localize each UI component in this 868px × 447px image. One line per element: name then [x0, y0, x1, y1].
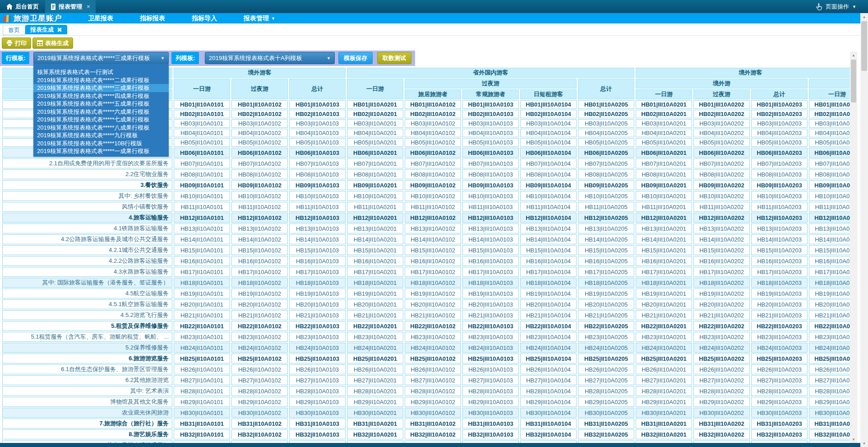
code-cell: HB13|III10A0102	[405, 224, 461, 233]
scroll-down-icon[interactable]: ▼	[860, 440, 868, 447]
code-cell: HB18|III10A0104	[520, 278, 577, 288]
code-cell: HB18|III10A0203	[751, 278, 808, 288]
code-cell: HB31|III10A0201	[636, 419, 692, 428]
code-cell: HB08|III10A0304	[809, 169, 850, 179]
code-cell: HB27|III10A0201	[636, 375, 692, 385]
code-cell: HB06|III10A0202	[693, 148, 750, 158]
code-cell: HB22|II10A0205	[578, 321, 634, 331]
close-icon[interactable]: ✖	[57, 27, 62, 33]
code-cell: HB30|II10A0103	[289, 408, 346, 418]
scroll-up-icon[interactable]: ▲	[850, 51, 857, 59]
scrollbar-thumb[interactable]	[861, 21, 867, 71]
table-row: 3.餐饮服务HB09|II10A0101HB09|II10A0102HB09|I…	[2, 180, 850, 190]
brand-title: 旅游卫星账户	[14, 13, 62, 23]
tab-report-generation[interactable]: 报表生成 ✖	[25, 25, 67, 34]
code-cell: HB28|II10A0103	[289, 386, 346, 396]
fetch-test-button[interactable]: 取数测试	[377, 52, 411, 64]
page-scrollbar[interactable]: ▲ ▼	[860, 13, 868, 447]
dropdown-item[interactable]: 2019核算系统报表格式表*****四成果行模板	[33, 92, 169, 100]
code-cell: HB30|II10A0201	[347, 408, 403, 418]
col-template-select[interactable]: 2019核算系统报表格式表十A列模板 ▼	[205, 52, 335, 64]
code-cell: HB07|II10A0201	[347, 158, 403, 168]
col-header-regular-tourist: 常规旅游者	[462, 89, 519, 99]
print-button[interactable]: 打印	[2, 37, 31, 49]
code-cell: HB17|II10A0102	[231, 267, 288, 277]
code-cell: HB04|II10A0201	[347, 129, 403, 137]
code-cell: HB14|III10A0103	[462, 234, 519, 244]
code-cell: HB14|II10A0205	[578, 234, 634, 244]
code-cell: HB02|III10A0201	[636, 110, 692, 118]
code-cell: HB21|II10A0201	[347, 310, 403, 320]
code-cell: HB05|III10A0103	[462, 138, 519, 147]
code-cell: HB24|II10A0102	[231, 343, 288, 353]
code-cell: HB09|III10A0104	[520, 180, 577, 190]
table-row: 4.5航空运输服务HB19|II10A0101HB19|II10A0102HB1…	[2, 289, 850, 298]
dropdown-item[interactable]: 2019核算系统报表格式表*****二成果行模板	[33, 76, 169, 84]
dropdown-item[interactable]: 2019核算系统报表格式表*****七成果行模板	[33, 116, 169, 124]
dropdown-item[interactable]: 2019核算系统报表格式表*****三成果行模板	[33, 84, 169, 92]
code-cell: HB32|III10A0102	[405, 429, 461, 439]
generate-table-button[interactable]: 表格生成	[32, 37, 73, 49]
dropdown-item[interactable]: 2019核算系统报表格式表*****一成果行模板	[33, 147, 169, 155]
row-label: 其中: 乡村餐饮服务	[2, 191, 172, 201]
code-cell: HB18|II10A0101	[174, 278, 230, 288]
scroll-up-icon[interactable]: ▲	[860, 13, 868, 20]
table-row: 4.2.1城市公共交通服务HB15|II10A0101HB15|II10A010…	[2, 245, 850, 255]
code-cell: HB18|II10A0102	[231, 278, 288, 288]
code-cell: HB26|II10A0205	[578, 364, 634, 374]
code-cell: HB05|II10A0103	[289, 138, 346, 147]
code-cell: HB14|III10A0203	[751, 234, 808, 244]
chrome-tab-close-icon[interactable]: ×	[87, 3, 90, 10]
table-scrollbar[interactable]: ▲ ▼	[850, 51, 857, 443]
row-label: 4.5航空运输服务	[2, 289, 172, 298]
nav-item-satellite-reports[interactable]: 卫星报表	[83, 14, 119, 23]
code-cell: HB13|III10A0103	[462, 224, 519, 233]
code-cell: HB17|III10A0304	[809, 267, 850, 277]
backend-home-button[interactable]: 后台首页	[0, 0, 45, 13]
dropdown-item[interactable]: 核算系统报表格式表一行测试	[33, 68, 169, 76]
code-cell: HB29|III10A0202	[693, 397, 750, 407]
code-cell: HB30|II10A0102	[231, 408, 288, 418]
code-cell: HB12|II10A0201	[347, 213, 403, 223]
dropdown-item[interactable]: 2019核算系统报表格式表*****10B行模版	[33, 140, 169, 148]
dropdown-item[interactable]: 2019核算系统报表格式表*****五成果行模板	[33, 100, 169, 108]
code-cell: HB08|III10A0102	[405, 169, 461, 179]
code-cell: HB20|II10A0103	[289, 299, 346, 309]
chrome-tab-report-management[interactable]: 报表管理 ×	[45, 0, 96, 13]
code-cell: HB19|II10A0102	[231, 289, 288, 298]
code-cell: HB20|III10A0103	[462, 299, 519, 309]
code-cell: HB32|II10A0205	[578, 429, 634, 439]
row-label: 2.2住宅物业服务	[2, 169, 172, 179]
dropdown-item[interactable]: 2019核算系统报表格式表*****八成果行模板	[33, 124, 169, 132]
code-cell: HB05|III10A0203	[751, 138, 808, 147]
code-cell: HB04|II10A0102	[231, 129, 288, 137]
dropdown-item[interactable]: 2019核算系统报表格式表*****六成果行模板	[33, 108, 169, 116]
row-template-select[interactable]: 2019核算系统报表格式表*****三成果行模板 ▼	[33, 52, 169, 64]
code-cell: HB23|II10A0101	[174, 332, 230, 342]
scrollbar-thumb[interactable]	[851, 60, 856, 102]
code-cell: HB16|II10A0102	[231, 256, 288, 266]
code-cell: HB11|II10A0201	[347, 202, 403, 212]
nav-item-indicator-import[interactable]: 指标导入	[186, 14, 222, 23]
code-cell: HB07|II10A0205	[578, 158, 634, 168]
dropdown-item[interactable]: 2019核算系统报表格式表*****九行模板	[33, 131, 169, 140]
code-cell: HB22|III10A0103	[462, 321, 519, 331]
code-cell: HB04|III10A0103	[462, 129, 519, 137]
code-cell: HB29|III10A0103	[462, 397, 519, 407]
row-label: 8.游艺娱乐服务	[2, 429, 172, 439]
code-cell: HB14|III10A0102	[405, 234, 461, 244]
code-cell: HB30|III10A0104	[520, 408, 577, 418]
page-operations-menu[interactable]: 页面操作 ▼	[816, 3, 868, 11]
tab-home[interactable]: 首页	[3, 25, 25, 35]
nav-item-report-management[interactable]: 报表管理▼	[238, 14, 281, 23]
table-row: 4.2公路旅客运输服务及城市公共交通服务HB14|II10A0101HB14|I…	[2, 234, 850, 244]
nav-item-indicator-reports[interactable]: 指标报表	[134, 14, 171, 23]
save-template-button[interactable]: 模板保存	[338, 52, 373, 64]
code-cell: HB20|II10A0102	[231, 299, 288, 309]
scroll-down-icon[interactable]: ▼	[850, 436, 857, 443]
code-cell: HB15|II10A0205	[578, 245, 634, 255]
code-cell: HB12|III10A0201	[636, 213, 692, 223]
code-cell: HB17|II10A0101	[174, 267, 230, 277]
row-template-label: 行模板:	[2, 52, 29, 64]
code-cell: HB29|II10A0102	[231, 397, 288, 407]
